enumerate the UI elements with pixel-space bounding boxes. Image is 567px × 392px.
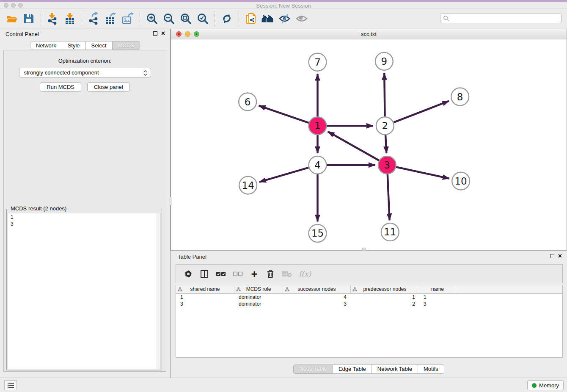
close-panel-icon[interactable]: × bbox=[161, 31, 165, 36]
table-cell: 1 bbox=[351, 294, 419, 301]
float-panel-icon[interactable] bbox=[550, 254, 554, 258]
hide-panels-button[interactable] bbox=[276, 11, 293, 27]
zoom-selected-button[interactable] bbox=[194, 11, 211, 27]
graph-node-label: 14 bbox=[242, 180, 254, 191]
graph-edge-3-1[interactable] bbox=[328, 132, 379, 160]
home-button[interactable] bbox=[259, 11, 276, 27]
delete-table-button[interactable] bbox=[282, 269, 292, 279]
tab-select[interactable]: Select bbox=[86, 41, 113, 50]
tab-network-table[interactable]: Network Table bbox=[372, 364, 418, 374]
graph-node-label: 6 bbox=[245, 97, 251, 108]
home-icon bbox=[261, 13, 275, 24]
graph-edge-2-3[interactable] bbox=[385, 135, 386, 153]
add-column-button[interactable]: + bbox=[250, 269, 259, 279]
zoom-fit-button[interactable] bbox=[177, 11, 194, 27]
graph-node-label: 1 bbox=[314, 120, 321, 131]
window-title: Session: New Session bbox=[0, 3, 567, 9]
graph-node-10[interactable]: 10 bbox=[452, 172, 470, 190]
criterion-dropdown[interactable]: strongly connected component bbox=[19, 68, 151, 77]
run-mcds-button[interactable]: Run MCDS bbox=[40, 82, 81, 92]
deselect-all-icon bbox=[233, 271, 243, 276]
close-panel-icon[interactable]: × bbox=[558, 254, 562, 258]
open-session-button[interactable] bbox=[3, 11, 20, 27]
show-eye-button[interactable] bbox=[293, 11, 310, 27]
zoom-in-button[interactable] bbox=[143, 11, 160, 27]
graph-node-label: 10 bbox=[455, 176, 467, 187]
graph-node-1[interactable]: 1 bbox=[309, 117, 327, 135]
graph-node-15[interactable]: 15 bbox=[309, 224, 327, 242]
save-session-button[interactable] bbox=[20, 11, 37, 27]
graph-node-8[interactable]: 8 bbox=[451, 88, 469, 106]
deselect-all-rows-button[interactable] bbox=[233, 269, 243, 279]
table-row[interactable]: 1dominator411 bbox=[176, 294, 562, 301]
graph-edge-3-11[interactable] bbox=[388, 174, 390, 221]
delete-column-button[interactable] bbox=[266, 269, 275, 279]
tab-style[interactable]: Style bbox=[62, 41, 86, 50]
panel-splitter-handle[interactable] bbox=[362, 248, 366, 251]
float-panel-icon[interactable] bbox=[153, 31, 157, 36]
tab-motifs[interactable]: Motifs bbox=[418, 364, 444, 374]
control-panel: Control Panel × Network Style Select MCD… bbox=[0, 29, 171, 378]
export-image-button[interactable] bbox=[119, 11, 136, 27]
export-table-button[interactable] bbox=[102, 11, 119, 27]
table-settings-button[interactable] bbox=[184, 269, 193, 279]
graph-node-6[interactable]: 6 bbox=[239, 93, 256, 110]
table-cell: 4 bbox=[283, 294, 351, 301]
graph-node-4[interactable]: 4 bbox=[309, 156, 327, 174]
tab-node-table[interactable]: Node Table bbox=[293, 364, 333, 374]
memory-button[interactable]: Memory bbox=[527, 380, 564, 390]
column-header-MCDS-role[interactable]: MCDS role bbox=[234, 285, 283, 294]
column-header-predecessor-nodes[interactable]: predecessor nodes bbox=[351, 285, 419, 294]
task-history-button[interactable] bbox=[4, 380, 17, 390]
dropdown-stepper-icon bbox=[143, 70, 148, 76]
column-header-name[interactable]: name bbox=[419, 285, 456, 294]
tab-mcds[interactable]: MCDS bbox=[113, 41, 140, 50]
graph-node-14[interactable]: 14 bbox=[239, 177, 257, 194]
import-table-button[interactable] bbox=[61, 11, 78, 27]
graph-node-2[interactable]: 2 bbox=[376, 117, 394, 135]
table-cell: 3 bbox=[176, 301, 234, 307]
graph-edge-2-9[interactable] bbox=[384, 73, 385, 117]
refresh-button[interactable] bbox=[218, 11, 235, 27]
select-all-rows-button[interactable] bbox=[216, 269, 226, 279]
network-canvas[interactable]: 7968124314101511 bbox=[171, 39, 567, 250]
search-input[interactable] bbox=[440, 13, 561, 23]
table-panel: Table Panel × bbox=[171, 251, 567, 378]
column-tree-icon bbox=[285, 287, 289, 292]
titlebar[interactable]: Session: New Session bbox=[0, 2, 567, 9]
close-panel-button[interactable]: Close panel bbox=[87, 82, 130, 92]
graph-node-11[interactable]: 11 bbox=[381, 223, 399, 241]
network-window-titlebar[interactable]: × − + scc.txt bbox=[171, 29, 567, 39]
graph-node-3[interactable]: 3 bbox=[378, 156, 396, 174]
panel-splitter-handle[interactable] bbox=[169, 197, 172, 205]
export-network-button[interactable] bbox=[85, 11, 102, 27]
network-graph: 7968124314101511 bbox=[171, 39, 567, 250]
graph-edge-1-6[interactable] bbox=[259, 105, 309, 123]
tab-edge-table[interactable]: Edge Table bbox=[333, 364, 372, 374]
graph-edge-3-10[interactable] bbox=[396, 167, 449, 178]
clone-network-button[interactable] bbox=[242, 11, 259, 27]
graph-edge-4-14[interactable] bbox=[259, 168, 309, 182]
open-folder-icon bbox=[6, 13, 18, 25]
tab-network[interactable]: Network bbox=[30, 41, 62, 50]
column-header-label: name bbox=[431, 286, 444, 292]
graph-node-9[interactable]: 9 bbox=[375, 52, 393, 70]
plus-icon: + bbox=[251, 269, 257, 279]
function-builder-button[interactable]: f(x) bbox=[299, 269, 311, 279]
refresh-icon bbox=[221, 13, 233, 25]
table-row[interactable]: 3dominator323 bbox=[176, 301, 562, 307]
show-columns-button[interactable] bbox=[200, 269, 209, 279]
column-header-successor-nodes[interactable]: successor nodes bbox=[283, 285, 351, 294]
graph-node-7[interactable]: 7 bbox=[309, 53, 327, 71]
node-table-header-row: shared nameMCDS rolesuccessor nodesprede… bbox=[176, 285, 562, 294]
mcds-result-area[interactable]: 1 3 bbox=[8, 213, 161, 369]
zoom-out-button[interactable] bbox=[160, 11, 177, 27]
graph-edge-2-8[interactable] bbox=[394, 101, 449, 123]
main-toolbar bbox=[0, 9, 567, 28]
memory-label: Memory bbox=[539, 382, 559, 389]
import-network-button[interactable] bbox=[44, 11, 61, 27]
result-scrollbar[interactable] bbox=[157, 213, 160, 369]
select-all-icon bbox=[216, 271, 226, 276]
table-panel-title: Table Panel bbox=[178, 254, 206, 260]
column-header-shared-name[interactable]: shared name bbox=[176, 285, 234, 294]
